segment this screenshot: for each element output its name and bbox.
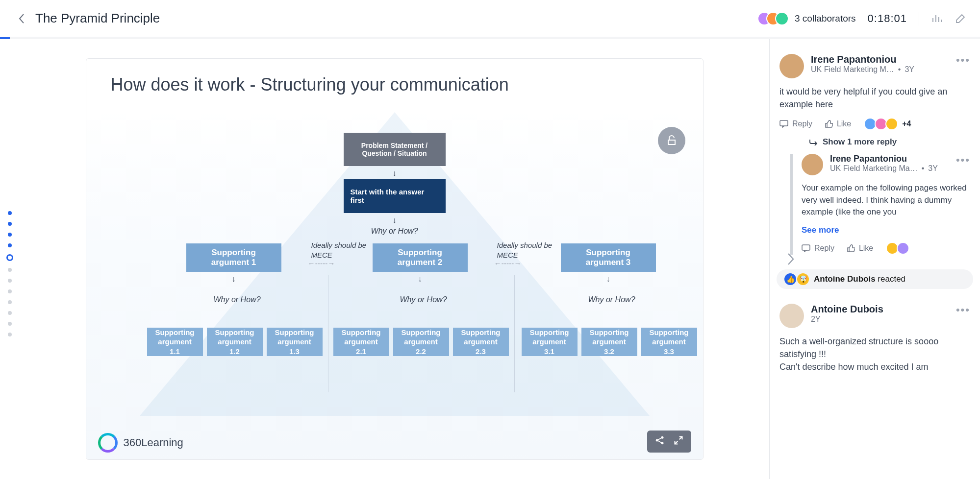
divider (919, 12, 919, 25)
collaborators[interactable]: 3 collaborators (757, 12, 856, 25)
slide-header: How does it work - Structuring your comm… (86, 59, 703, 107)
label-why-how: Why or How? (588, 295, 635, 304)
slide-dot[interactable] (8, 233, 12, 237)
slide-body: Problem Statement / Question / Situation… (86, 107, 703, 459)
comments-sidebar: Irene Papantoniou UK Field Marketing M…•… (769, 39, 980, 479)
slide-dot[interactable] (8, 289, 12, 293)
label-mece: Ideally should be MECE (497, 240, 556, 260)
label-why-how: Why or How? (400, 295, 447, 304)
comment-more-icon[interactable]: ••• (956, 54, 970, 67)
slide-dot[interactable] (8, 300, 12, 304)
comment-author[interactable]: Irene Papantoniou (811, 54, 949, 65)
reaction-name: Antoine Dubois (814, 274, 876, 284)
slide-dot[interactable] (8, 322, 12, 326)
comment-author[interactable]: Irene Papantoniou (830, 154, 949, 164)
comment-meta: 2Y (811, 315, 949, 324)
back-button[interactable] (14, 11, 29, 26)
slide-dot[interactable] (8, 311, 12, 315)
slide-dot-current[interactable] (6, 254, 13, 261)
main-area: How does it work - Structuring your comm… (20, 39, 769, 479)
arrow-left-right-icon: ← - - - - - → (308, 259, 334, 267)
svg-rect-4 (802, 245, 810, 250)
comment-body: Your example on the following pages work… (802, 182, 970, 218)
slide-dot[interactable] (8, 243, 12, 247)
collaborator-avatars (757, 12, 789, 25)
timer: 0:18:01 (868, 12, 907, 25)
arrow-down-icon: ↓ (606, 275, 610, 284)
header-right: 3 collaborators 0:18:01 (757, 12, 966, 25)
comment-meta: UK Field Marketing Ma…•3Y (830, 164, 949, 173)
comment: Irene Papantoniou UK Field Marketing M…•… (777, 48, 973, 261)
page-title: The Pyramid Principle (35, 11, 160, 26)
reaction-banner: 👍 🤯 Antoine Dubois reacted (777, 269, 973, 289)
stats-icon[interactable] (931, 13, 943, 24)
comment-author[interactable]: Antoine Dubois (811, 304, 949, 315)
nested-comment: Irene Papantoniou UK Field Marketing Ma…… (790, 154, 970, 255)
slide-title: How does it work - Structuring your comm… (111, 74, 678, 95)
box-supporting-2: Supporting argument 2 (373, 243, 468, 272)
divider-line (328, 275, 328, 392)
collaborator-count: 3 collaborators (795, 13, 856, 24)
avatar[interactable] (779, 54, 804, 78)
like-button[interactable]: Like (825, 120, 851, 128)
share-controls[interactable] (647, 431, 691, 453)
reactors[interactable] (886, 242, 909, 255)
mindblown-emoji-icon: 🤯 (797, 273, 809, 285)
reply-button[interactable]: Reply (802, 244, 834, 253)
next-slide-button[interactable] (781, 249, 801, 269)
box-leaf: Supporting argument 3.3 (641, 328, 697, 356)
comment-meta: UK Field Marketing M…•3Y (811, 65, 949, 74)
slide-indicator (0, 39, 20, 479)
avatar[interactable] (779, 304, 804, 328)
see-more-link[interactable]: See more (802, 225, 970, 235)
box-supporting-1: Supporting argument 1 (186, 243, 281, 272)
reply-button[interactable]: Reply (779, 120, 812, 128)
comment-body: it would be very helpful if you could gi… (779, 85, 970, 111)
svg-rect-3 (780, 120, 788, 126)
box-supporting-3: Supporting argument 3 (561, 243, 656, 272)
arrow-down-icon: ↓ (393, 169, 397, 178)
reactors[interactable]: +4 (864, 118, 911, 130)
slide-dot[interactable] (8, 268, 12, 272)
share-icon[interactable] (655, 435, 665, 448)
comment-body: Such a well-organized structure is soooo… (779, 335, 970, 373)
arrow-down-icon: ↓ (418, 275, 422, 284)
box-answer-first: Start with the answer first (344, 179, 446, 213)
header: The Pyramid Principle 3 collaborators 0:… (0, 0, 980, 37)
box-leaf: Supporting argument 3.1 (522, 328, 578, 356)
arrow-left-right-icon: ← - - - - - → (494, 259, 521, 267)
avatar[interactable] (802, 154, 823, 175)
box-leaf: Supporting argument 1.1 (147, 328, 203, 356)
like-button[interactable]: Like (847, 244, 873, 253)
comment-more-icon[interactable]: ••• (956, 304, 970, 316)
label-why-how: Why or How? (371, 227, 418, 236)
divider-line (514, 275, 515, 392)
like-emoji-icon: 👍 (784, 273, 796, 285)
slide-dot[interactable] (8, 333, 12, 336)
box-leaf: Supporting argument 3.2 (581, 328, 637, 356)
box-leaf: Supporting argument 2.1 (333, 328, 389, 356)
show-more-replies[interactable]: Show 1 more reply (809, 137, 970, 147)
box-problem-statement: Problem Statement / Question / Situation (344, 133, 446, 166)
slide-dot[interactable] (8, 222, 12, 226)
slide-card: How does it work - Structuring your comm… (86, 58, 704, 460)
label-mece: Ideally should be MECE (311, 240, 370, 260)
arrow-down-icon: ↓ (393, 216, 397, 225)
edit-icon[interactable] (955, 13, 966, 24)
box-leaf: Supporting argument 1.3 (267, 328, 323, 356)
label-why-how: Why or How? (214, 295, 261, 304)
slide-dot[interactable] (8, 211, 12, 215)
comment: Antoine Dubois 2Y ••• Such a well-organi… (777, 298, 973, 386)
expand-icon[interactable] (674, 435, 683, 448)
brand-logo-icon (98, 433, 118, 453)
box-leaf: Supporting argument 2.3 (453, 328, 509, 356)
brand-footer: 360Learning (98, 433, 183, 453)
box-leaf: Supporting argument 1.2 (207, 328, 263, 356)
comment-more-icon[interactable]: ••• (956, 154, 970, 167)
brand-text: 360Learning (124, 436, 183, 449)
box-leaf: Supporting argument 2.2 (393, 328, 449, 356)
slide-dot[interactable] (8, 279, 12, 283)
arrow-down-icon: ↓ (232, 275, 236, 284)
